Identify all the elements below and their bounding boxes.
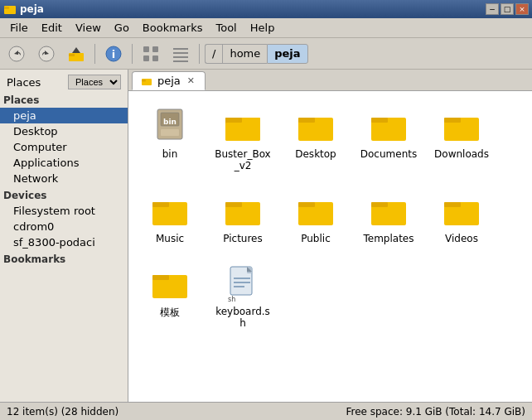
file-item-desktop[interactable]: Desktop [283,99,349,177]
svg-rect-43 [444,202,461,207]
sidebar-item-sf-8300-podaci[interactable]: sf_8300-podaci [0,234,128,250]
menu-edit[interactable]: Edit [35,20,69,36]
file-item-buster-box-v2[interactable]: Buster_Box_v2 [210,99,276,177]
location-root[interactable]: / [205,44,222,64]
svg-rect-16 [173,60,188,62]
file-item-documents[interactable]: Documents [355,99,422,177]
file-label-moban: 模板 [160,306,180,320]
titlebar-left: peja [3,2,44,16]
sidebar-section-devices: Devices [0,186,128,203]
toolbar-separator [94,44,95,64]
svg-rect-27 [225,118,242,123]
titlebar-controls: − □ × [486,3,529,15]
folder-icon-pictures [223,190,263,229]
tab-label: peja [157,75,181,87]
file-area[interactable]: bin bin [128,91,532,402]
svg-rect-37 [225,202,242,207]
folder-icon-templates [369,190,409,229]
sidebar-section-places: Places [0,91,128,108]
svg-rect-13 [173,48,188,50]
bin-icon: bin [150,105,190,145]
parent-folder-button[interactable] [63,41,89,67]
file-item-videos[interactable]: Videos [428,184,495,250]
file-item-music[interactable]: Music [137,184,203,250]
menu-file[interactable]: File [3,20,35,36]
view-icon-button[interactable] [138,41,164,67]
svg-text:bin: bin [163,118,177,126]
location-peja[interactable]: peja [267,44,307,64]
svg-rect-11 [143,56,149,61]
sidebar-dropdown[interactable]: Places [68,75,121,89]
svg-marker-6 [72,47,80,53]
folder-icon-desktop [296,105,336,145]
file-label-music: Music [156,233,184,244]
svg-rect-14 [173,52,188,54]
svg-rect-9 [143,46,149,52]
sidebar-section-bookmarks: Bookmarks [0,250,128,267]
right-panel: peja ✕ bin bin [128,70,532,402]
sidebar-item-applications[interactable]: Applications [0,155,128,171]
file-item-bin[interactable]: bin bin [137,99,203,177]
file-label-public: Public [301,233,331,244]
tabs-bar: peja ✕ [128,70,532,91]
file-item-moban[interactable]: 模板 [137,257,203,335]
menu-tool[interactable]: Tool [209,20,243,36]
svg-rect-18 [142,80,146,82]
svg-text:i: i [112,48,115,60]
view-list-button[interactable] [167,41,194,67]
tab-peja[interactable]: peja ✕ [132,71,206,90]
menu-bookmarks[interactable]: Bookmarks [136,20,210,36]
sidebar-item-desktop[interactable]: Desktop [0,123,128,139]
titlebar-folder-icon [3,2,17,16]
file-label-buster-box-v2: Buster_Box_v2 [214,148,272,171]
file-label-desktop: Desktop [295,148,336,160]
statusbar-items: 12 item(s) (28 hidden) [7,406,118,418]
folder-icon-videos [442,190,481,229]
sidebar-section-title: Places [7,76,41,89]
file-label-pictures: Pictures [223,233,263,244]
file-item-templates[interactable]: Templates [355,184,422,250]
history-forward-button[interactable] [33,41,60,67]
menu-help[interactable]: Help [244,20,282,36]
svg-rect-39 [298,202,315,207]
titlebar: peja − □ × [0,0,532,18]
menu-view[interactable]: View [69,20,108,36]
svg-rect-33 [444,118,461,123]
file-grid: bin bin [137,99,524,335]
sidebar-item-peja[interactable]: peja [0,108,128,123]
sidebar-item-network[interactable]: Network [0,171,128,186]
minimize-button[interactable]: − [486,3,499,15]
statusbar: 12 item(s) (28 hidden) Free space: 9.1 G… [0,402,532,420]
location-home[interactable]: home [222,44,267,64]
menubar: File Edit View Go Bookmarks Tool Help [0,18,532,38]
svg-rect-31 [371,118,388,123]
sidebar: Places Places Places peja Desktop Comput… [0,70,128,402]
sidebar-item-cdrom0[interactable]: cdrom0 [0,219,128,234]
file-label-templates: Templates [363,233,414,244]
svg-rect-1 [4,7,9,9]
sidebar-item-computer[interactable]: Computer [0,139,128,155]
maximize-button[interactable]: □ [501,3,514,15]
close-button[interactable]: × [515,3,529,15]
file-item-pictures[interactable]: Pictures [210,184,276,250]
svg-rect-5 [69,54,75,56]
info-button[interactable]: i [100,41,127,67]
svg-rect-45 [152,275,169,280]
svg-rect-15 [173,56,188,58]
svg-rect-35 [152,202,169,207]
history-back-button[interactable] [3,41,30,67]
file-item-downloads[interactable]: Downloads [428,99,495,177]
tab-close-button[interactable]: ✕ [186,75,196,86]
svg-rect-22 [161,129,179,136]
file-item-public[interactable]: Public [283,184,349,250]
folder-icon-downloads [442,105,481,145]
svg-rect-12 [152,56,158,61]
sidebar-item-filesystem-root[interactable]: Filesystem root [0,203,128,219]
script-icon-keyboard-sh: sh [223,263,263,302]
file-item-keyboard-sh[interactable]: sh keyboard.sh [210,257,276,335]
toolbar-separator3 [199,44,200,64]
menu-go[interactable]: Go [108,20,136,36]
toolbar-separator2 [132,44,133,64]
sidebar-header: Places Places [0,73,128,91]
main: Places Places Places peja Desktop Comput… [0,70,532,402]
